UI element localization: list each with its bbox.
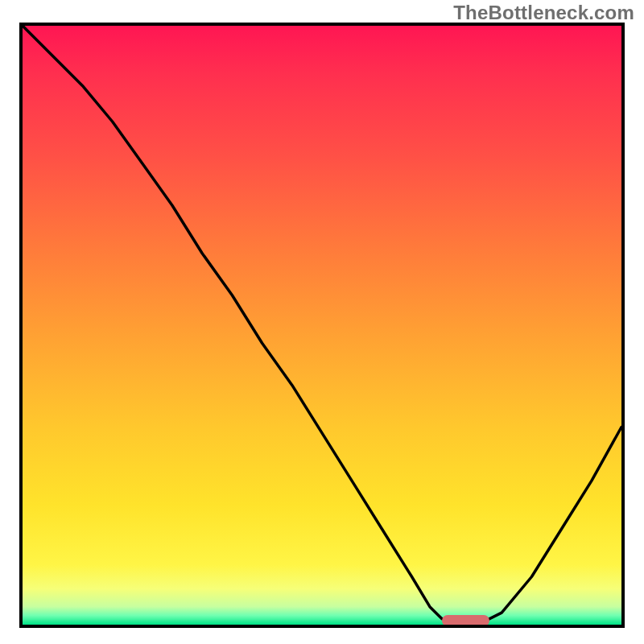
optimal-range-marker: [442, 615, 490, 626]
plot-area: [19, 23, 625, 628]
chart-container: TheBottleneck.com: [0, 0, 644, 644]
bottleneck-curve: [23, 26, 621, 625]
watermark-text: TheBottleneck.com: [453, 2, 634, 24]
